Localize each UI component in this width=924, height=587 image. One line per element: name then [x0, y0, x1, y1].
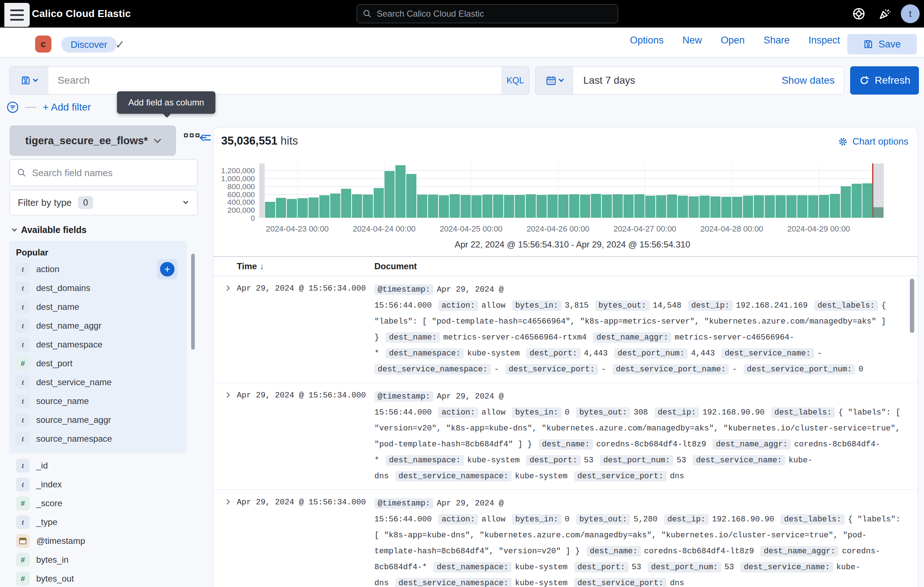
histogram-bar[interactable]: [656, 195, 666, 218]
field-item-dest_service_name[interactable]: tdest_service_name: [10, 373, 187, 392]
histogram-bar[interactable]: [569, 194, 579, 218]
histogram-chart[interactable]: [259, 164, 886, 218]
field-search[interactable]: [10, 159, 198, 186]
histogram-bar[interactable]: [580, 195, 590, 218]
filter-by-type-select[interactable]: Filter by type 0: [10, 190, 198, 215]
histogram-bar[interactable]: [384, 171, 394, 218]
field-item-dest_name[interactable]: tdest_name: [10, 298, 187, 316]
histogram-bar[interactable]: [732, 197, 742, 218]
expand-row-button[interactable]: [225, 285, 231, 291]
histogram-bar[interactable]: [819, 195, 829, 218]
query-input[interactable]: [58, 74, 492, 86]
histogram-bar[interactable]: [634, 194, 645, 218]
histogram-bar[interactable]: [536, 195, 547, 218]
help-button[interactable]: [851, 7, 866, 21]
nav-link-share[interactable]: Share: [764, 35, 790, 46]
histogram-bar[interactable]: [689, 197, 699, 218]
histogram-bar[interactable]: [851, 184, 862, 218]
field-item-source_name[interactable]: tsource_name: [10, 392, 187, 410]
expand-row-button[interactable]: [225, 499, 231, 505]
histogram-bar[interactable]: [700, 196, 710, 218]
histogram-bar[interactable]: [721, 197, 731, 218]
breadcrumb-discover[interactable]: Discover: [61, 36, 117, 53]
global-search[interactable]: [356, 4, 618, 23]
field-item-dest_name_aggr[interactable]: tdest_name_aggr: [10, 316, 187, 335]
histogram-bar[interactable]: [710, 197, 721, 218]
field-item-dest_domains[interactable]: tdest_domains: [10, 279, 187, 298]
field-item-_type[interactable]: t_type: [10, 513, 212, 532]
field-item-@timestamp[interactable]: @timestamp: [10, 532, 212, 551]
histogram-bar[interactable]: [330, 193, 340, 218]
field-item-dest_namespace[interactable]: tdest_namespace: [10, 335, 187, 354]
field-item-source_name_aggr[interactable]: tsource_name_aggr: [10, 410, 187, 429]
collapse-sidebar-icon[interactable]: [199, 131, 212, 144]
histogram-bar[interactable]: [743, 196, 753, 218]
histogram-bar[interactable]: [417, 195, 427, 218]
nav-link-inspect[interactable]: Inspect: [808, 35, 840, 46]
histogram-bar[interactable]: [808, 195, 818, 218]
histogram-bar[interactable]: [558, 195, 568, 218]
histogram-bar[interactable]: [548, 195, 558, 218]
histogram-bar[interactable]: [591, 194, 601, 218]
histogram-bar[interactable]: [645, 196, 655, 218]
histogram-bar[interactable]: [613, 194, 623, 218]
histogram-bar[interactable]: [667, 195, 677, 218]
histogram-bar[interactable]: [765, 195, 775, 218]
histogram-bar[interactable]: [797, 195, 807, 218]
nav-link-options[interactable]: Options: [630, 35, 664, 46]
histogram-bar[interactable]: [786, 195, 797, 218]
field-item-source_namespace[interactable]: tsource_namespace: [10, 429, 187, 448]
field-item-dest_port[interactable]: #dest_port: [10, 354, 187, 373]
field-item-_index[interactable]: t_index: [10, 475, 212, 494]
field-item-action[interactable]: taction+: [10, 260, 187, 279]
refresh-button[interactable]: Refresh: [850, 66, 919, 94]
histogram-bar[interactable]: [515, 195, 525, 218]
histogram-bar[interactable]: [472, 195, 482, 218]
saved-query-menu-button[interactable]: [10, 67, 48, 94]
time-range-value[interactable]: Last 7 days: [583, 74, 635, 86]
space-badge[interactable]: c: [35, 35, 51, 53]
show-dates-button[interactable]: Show dates: [782, 74, 835, 86]
add-field-button[interactable]: +: [157, 259, 177, 279]
query-language-button[interactable]: KQL: [502, 67, 529, 94]
user-avatar[interactable]: t: [901, 4, 920, 23]
histogram-bar[interactable]: [830, 194, 840, 218]
field-item-_score[interactable]: #_score: [10, 494, 212, 513]
histogram-bar[interactable]: [450, 194, 460, 218]
histogram-bar[interactable]: [460, 195, 471, 218]
field-item-_id[interactable]: t_id: [10, 456, 212, 475]
sidebar-scrollbar[interactable]: [191, 254, 195, 350]
field-search-input[interactable]: [32, 167, 190, 179]
histogram-bar[interactable]: [493, 195, 503, 218]
field-item-bytes_out[interactable]: #bytes_out: [10, 569, 212, 587]
histogram-bar[interactable]: [341, 189, 351, 218]
histogram-bar[interactable]: [439, 195, 449, 218]
histogram-bar[interactable]: [428, 195, 438, 218]
menu-button[interactable]: [4, 3, 30, 27]
histogram-bar[interactable]: [374, 188, 384, 218]
histogram-bar[interactable]: [406, 174, 416, 218]
chart-options-button[interactable]: Chart options: [838, 136, 908, 147]
histogram-bar[interactable]: [841, 186, 851, 218]
histogram-bar[interactable]: [863, 184, 873, 218]
histogram-bar[interactable]: [776, 195, 786, 218]
global-search-input[interactable]: [377, 9, 612, 19]
date-quick-select-button[interactable]: [536, 67, 573, 94]
histogram-bar[interactable]: [395, 165, 406, 218]
add-filter-button[interactable]: + Add filter: [43, 101, 91, 113]
histogram-bar[interactable]: [363, 195, 373, 218]
news-button[interactable]: [878, 7, 892, 21]
nav-link-open[interactable]: Open: [721, 35, 745, 46]
expand-row-button[interactable]: [225, 392, 231, 398]
table-scrollbar[interactable]: [910, 279, 914, 333]
histogram-bar[interactable]: [504, 195, 514, 218]
histogram-bar[interactable]: [624, 195, 634, 218]
histogram-bar[interactable]: [287, 199, 297, 218]
histogram-bar[interactable]: [482, 195, 492, 218]
field-settings-icon[interactable]: [184, 133, 200, 137]
index-pattern-selector[interactable]: tigera_secure_ee_flows*: [10, 126, 176, 156]
histogram-bar[interactable]: [754, 195, 764, 218]
save-button[interactable]: Save: [847, 34, 917, 55]
filter-icon[interactable]: [7, 101, 19, 113]
histogram-bar[interactable]: [526, 194, 536, 218]
